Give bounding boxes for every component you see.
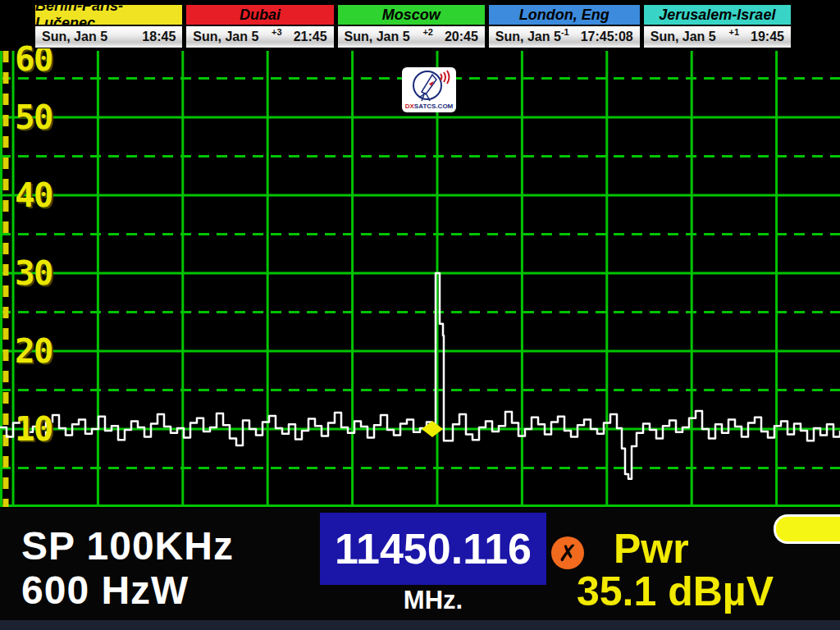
bandwidth-setting-label: 600 HzW <box>21 568 189 613</box>
logo-text: DXSATCS.COM <box>405 103 454 110</box>
clock-date: Sun, Jan 5 <box>193 30 258 44</box>
dxsatcs-logo: DXSATCS.COM <box>402 67 456 112</box>
clock-city-label: Moscow <box>338 5 485 26</box>
clock-time: 19:45 <box>751 30 784 44</box>
y-axis-label: 40 <box>15 178 72 212</box>
clock-date: Sun, Jan 5 <box>42 30 107 44</box>
span-setting-label: SP 100KHz <box>21 523 234 568</box>
clock-datetime: Sun, Jan 5 +3 21:45 <box>186 26 333 48</box>
clock-time: 17:45:08 <box>581 30 633 44</box>
y-axis-label: 30 <box>15 256 72 290</box>
clock-datetime: Sun, Jan 5 +2 20:45 <box>338 26 485 48</box>
clock-dubai: Dubai Sun, Jan 5 +3 21:45 <box>185 4 334 48</box>
spectrum-plot: 102030405060 <box>0 51 840 507</box>
clock-datetime: Sun, Jan 5 -1 17:45:08 <box>489 26 640 48</box>
spectrum-grid-and-trace <box>0 51 840 507</box>
clock-datetime: Sun, Jan 5 +1 19:45 <box>644 26 791 48</box>
clock-moscow: Moscow Sun, Jan 5 +2 20:45 <box>337 4 486 48</box>
clock-datetime: Sun, Jan 5 18:45 <box>35 26 182 48</box>
clock-city-label: Berlin-Paris-Lučenec <box>35 5 182 26</box>
clock-time: 20:45 <box>445 30 478 44</box>
clock-utc-offset: +2 <box>422 27 433 37</box>
clock-utc-offset: +3 <box>272 27 282 37</box>
clock-date: Sun, Jan 5 <box>651 30 716 44</box>
frequency-value: 11450.116 <box>335 524 532 573</box>
world-clock-bar: Berlin-Paris-Lučenec Sun, Jan 5 18:45 Du… <box>34 4 792 48</box>
noise-trace <box>0 273 840 479</box>
clock-date: Sun, Jan 5 <box>345 30 410 44</box>
frequency-field[interactable]: 11450.116 <box>320 513 546 585</box>
clock-city-label: Dubai <box>186 5 333 26</box>
satellite-dish-icon <box>402 67 456 105</box>
clock-utc-offset: -1 <box>561 27 569 37</box>
spectrum-analyzer-screen: Berlin-Paris-Lučenec Sun, Jan 5 18:45 Du… <box>0 0 840 630</box>
frequency-unit-label: MHz. <box>320 586 546 615</box>
bottom-edge-strip <box>0 620 840 630</box>
power-label: Pwr <box>614 525 689 573</box>
clock-time: 21:45 <box>294 30 327 44</box>
y-axis-label: 20 <box>15 334 72 368</box>
clock-time: 18:45 <box>142 30 176 44</box>
clock-city-label: London, Eng <box>489 5 640 26</box>
x-circle-icon[interactable]: ✗ <box>551 536 584 569</box>
clock-jerusalem: Jerusalem-Israel Sun, Jan 5 +1 19:45 <box>643 4 792 48</box>
clock-utc-offset: +1 <box>729 27 740 37</box>
clock-london: London, Eng Sun, Jan 5 -1 17:45:08 <box>488 4 641 48</box>
readout-panel: SP 100KHz 600 HzW 11450.116 MHz. ✗ Pwr 3… <box>0 509 840 620</box>
clock-city-label: Jerusalem-Israel <box>644 5 791 26</box>
signal-indicator-pill[interactable] <box>774 514 840 544</box>
clock-date: Sun, Jan 5 <box>495 30 561 44</box>
y-axis-label: 50 <box>15 100 72 135</box>
clock-berlin: Berlin-Paris-Lučenec Sun, Jan 5 18:45 <box>34 4 183 48</box>
y-axis-label: 10 <box>15 412 72 446</box>
power-value: 35.1 dBµV <box>577 568 774 615</box>
center-marker-diamond <box>422 421 443 437</box>
